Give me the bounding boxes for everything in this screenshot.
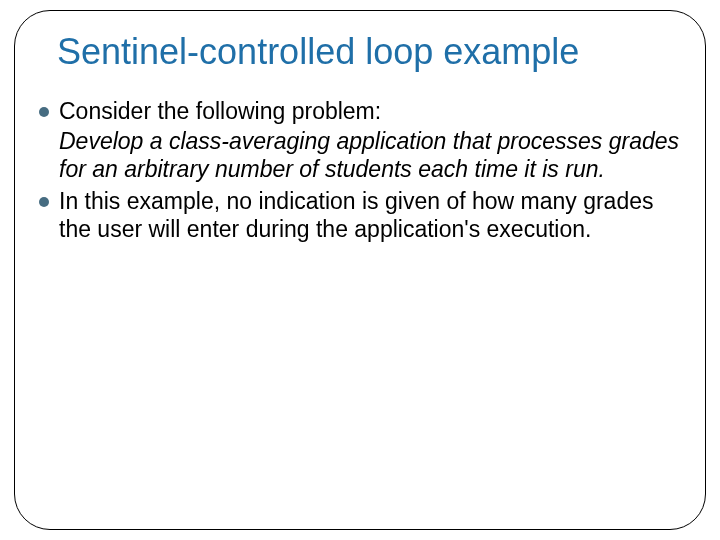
slide-frame: Sentinel-controlled loop example Conside… bbox=[14, 10, 706, 530]
bullet-quote: Develop a class-averaging application th… bbox=[37, 127, 683, 183]
bullet-item: In this example, no indication is given … bbox=[37, 187, 683, 243]
bullet-item: Consider the following problem: bbox=[37, 97, 683, 125]
slide-body: Consider the following problem: Develop … bbox=[37, 97, 683, 243]
slide-title: Sentinel-controlled loop example bbox=[57, 31, 683, 73]
slide: Sentinel-controlled loop example Conside… bbox=[0, 0, 720, 540]
